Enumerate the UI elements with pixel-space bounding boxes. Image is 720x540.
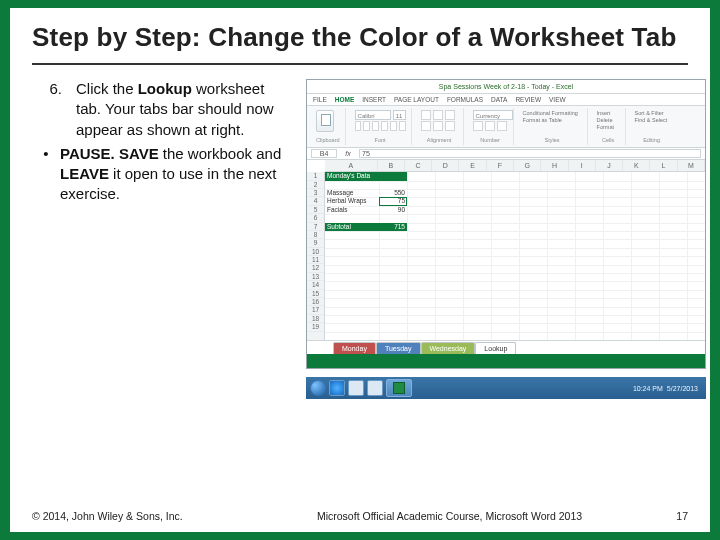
col-L[interactable]: L <box>650 160 677 171</box>
cond-format-button[interactable]: Conditional Formatting <box>523 110 582 116</box>
border-icon[interactable] <box>381 121 388 131</box>
row-2[interactable]: 2 <box>307 181 324 189</box>
font-size-box[interactable]: 11 <box>393 110 406 120</box>
ribbon-tab-formulas[interactable]: FORMULAS <box>447 96 483 103</box>
row-5[interactable]: 5 <box>307 206 324 214</box>
cell-B5[interactable]: 90 <box>379 206 407 214</box>
col-C[interactable]: C <box>405 160 432 171</box>
row-7[interactable]: 7 <box>307 223 324 231</box>
excel-title: Spa Sessions Week of 2-18 - Today - Exce… <box>439 83 573 90</box>
step-number: 6. <box>32 79 76 140</box>
ribbon-tab-pagelayout[interactable]: PAGE LAYOUT <box>394 96 439 103</box>
align-middle-icon[interactable] <box>433 110 443 120</box>
excel-titlebar: Spa Sessions Week of 2-18 - Today - Exce… <box>307 80 705 94</box>
tab-lookup[interactable]: Lookup <box>475 342 516 354</box>
group-font-label: Font <box>355 137 406 143</box>
col-B[interactable]: B <box>378 160 405 171</box>
fill-icon[interactable] <box>390 121 397 131</box>
col-E[interactable]: E <box>459 160 486 171</box>
find-select-button[interactable]: Find & Select <box>635 117 669 123</box>
cells-area: Monday's Data Massage 550 Herbal Wraps 7… <box>325 172 705 340</box>
ribbon-tab-view[interactable]: VIEW <box>549 96 566 103</box>
font-color-icon[interactable] <box>399 121 406 131</box>
explorer-icon[interactable] <box>348 380 364 396</box>
col-I[interactable]: I <box>569 160 596 171</box>
col-F[interactable]: F <box>487 160 514 171</box>
cell-A1[interactable]: Monday's Data <box>325 172 407 180</box>
row-3[interactable]: 3 <box>307 189 324 197</box>
underline-icon[interactable] <box>372 121 379 131</box>
ribbon-tab-file[interactable]: FILE <box>313 96 327 103</box>
group-styles-label: Styles <box>523 137 582 143</box>
row-12[interactable]: 12 <box>307 264 324 272</box>
start-orb-icon[interactable] <box>310 380 326 396</box>
formula-bar[interactable]: 75 <box>359 149 701 158</box>
row-4[interactable]: 4 <box>307 197 324 205</box>
percent-icon[interactable] <box>485 121 495 131</box>
col-H[interactable]: H <box>541 160 568 171</box>
comma-icon[interactable] <box>497 121 507 131</box>
cell-B4[interactable]: 75 <box>379 197 407 205</box>
bullet-p3: LEAVE <box>60 165 109 182</box>
row-16[interactable]: 16 <box>307 298 324 306</box>
worksheet-grid[interactable]: A B C D E F G H I J K L M 123456789 <box>307 160 705 340</box>
media-icon[interactable] <box>367 380 383 396</box>
text-column: 6. Click the Lookup worksheet tab. Your … <box>32 79 292 399</box>
windows-taskbar: 10:24 PM 5/27/2013 <box>306 377 706 399</box>
format-button[interactable]: Format <box>597 124 620 130</box>
align-center-icon[interactable] <box>433 121 443 131</box>
tab-tuesday[interactable]: Tuesday <box>376 342 421 354</box>
cell-A4[interactable]: Herbal Wraps <box>325 197 379 205</box>
row-11[interactable]: 11 <box>307 256 324 264</box>
cell-A7[interactable]: Subtotal <box>325 223 379 231</box>
align-bottom-icon[interactable] <box>445 110 455 120</box>
row-15[interactable]: 15 <box>307 290 324 298</box>
bold-icon[interactable] <box>355 121 362 131</box>
col-G[interactable]: G <box>514 160 541 171</box>
tab-monday[interactable]: Monday <box>333 342 376 354</box>
step-pre: Click the <box>76 80 138 97</box>
name-box[interactable]: B4 <box>311 149 337 158</box>
slide: Step by Step: Change the Color of a Work… <box>10 8 710 532</box>
format-table-button[interactable]: Format as Table <box>523 117 582 123</box>
italic-icon[interactable] <box>363 121 370 131</box>
cell-B7[interactable]: 715 <box>379 223 407 231</box>
cell-A5[interactable]: Facials <box>325 206 379 214</box>
currency-icon[interactable] <box>473 121 483 131</box>
delete-button[interactable]: Delete <box>597 117 620 123</box>
row-9[interactable]: 9 <box>307 239 324 247</box>
row-18[interactable]: 18 <box>307 315 324 323</box>
ie-icon[interactable] <box>329 380 345 396</box>
formula-bar-row: B4 fx 75 <box>307 148 705 160</box>
col-D[interactable]: D <box>432 160 459 171</box>
col-A[interactable]: A <box>325 160 378 171</box>
ribbon-tab-data[interactable]: DATA <box>491 96 507 103</box>
fx-icon[interactable]: fx <box>343 150 353 157</box>
cell-B3[interactable]: 550 <box>379 189 407 197</box>
row-10[interactable]: 10 <box>307 248 324 256</box>
cell-A3[interactable]: Massage <box>325 189 379 197</box>
ribbon-tab-home[interactable]: HOME <box>335 96 355 103</box>
col-K[interactable]: K <box>623 160 650 171</box>
font-name-box[interactable]: Calibri <box>355 110 391 120</box>
row-14[interactable]: 14 <box>307 281 324 289</box>
row-19[interactable]: 19 <box>307 323 324 331</box>
insert-button[interactable]: Insert <box>597 110 620 116</box>
row-6[interactable]: 6 <box>307 214 324 222</box>
paste-button[interactable] <box>316 110 334 132</box>
align-top-icon[interactable] <box>421 110 431 120</box>
sort-filter-button[interactable]: Sort & Filter <box>635 110 669 116</box>
col-M[interactable]: M <box>678 160 705 171</box>
ribbon-tab-insert[interactable]: INSERT <box>362 96 386 103</box>
ribbon-tab-review[interactable]: REVIEW <box>515 96 541 103</box>
tab-wednesday[interactable]: Wednesday <box>421 342 476 354</box>
align-left-icon[interactable] <box>421 121 431 131</box>
row-13[interactable]: 13 <box>307 273 324 281</box>
align-right-icon[interactable] <box>445 121 455 131</box>
col-J[interactable]: J <box>596 160 623 171</box>
row-17[interactable]: 17 <box>307 306 324 314</box>
row-8[interactable]: 8 <box>307 231 324 239</box>
row-1[interactable]: 1 <box>307 172 324 180</box>
number-format-box[interactable]: Currency <box>473 110 513 120</box>
taskbar-excel-button[interactable] <box>386 379 412 397</box>
